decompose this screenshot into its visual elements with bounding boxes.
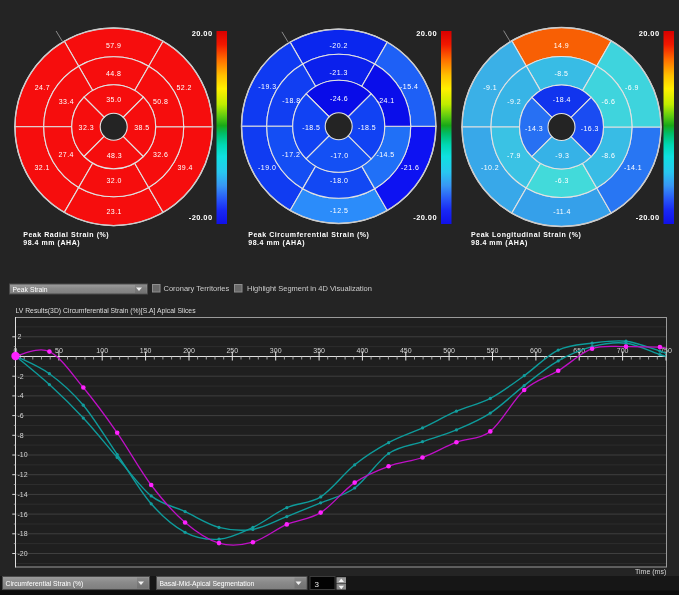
svg-text:-18.0: -18.0 [330, 177, 348, 184]
svg-text:-18.5: -18.5 [358, 124, 376, 131]
svg-text:14.9: 14.9 [554, 42, 569, 49]
svg-text:-14.1: -14.1 [624, 164, 642, 171]
svg-text:98.4 mm (AHA): 98.4 mm (AHA) [23, 239, 80, 247]
svg-text:300: 300 [270, 347, 282, 354]
svg-text:-16.3: -16.3 [581, 125, 599, 132]
svg-text:3: 3 [315, 580, 320, 589]
svg-text:Coronary Territories: Coronary Territories [164, 284, 230, 293]
svg-text:200: 200 [183, 347, 195, 354]
svg-text:33.4: 33.4 [59, 98, 74, 105]
svg-text:-10: -10 [18, 451, 28, 458]
svg-text:35.0: 35.0 [106, 96, 121, 103]
svg-text:32.1: 32.1 [34, 164, 49, 171]
svg-text:-21.3: -21.3 [330, 69, 348, 76]
svg-text:100: 100 [96, 347, 108, 354]
svg-text:-20.00: -20.00 [636, 213, 660, 222]
svg-text:-18: -18 [18, 530, 28, 537]
svg-text:-24.6: -24.6 [330, 95, 348, 102]
svg-text:50.8: 50.8 [153, 98, 168, 105]
svg-text:48.3: 48.3 [107, 152, 122, 159]
svg-text:-7.9: -7.9 [507, 152, 521, 159]
svg-text:23.1: 23.1 [106, 208, 121, 215]
svg-text:24.7: 24.7 [35, 84, 50, 91]
svg-text:Peak Circumferential Strain (%: Peak Circumferential Strain (%) [248, 231, 369, 239]
svg-text:98.4 mm (AHA): 98.4 mm (AHA) [248, 239, 305, 247]
svg-text:-17.2: -17.2 [282, 151, 300, 158]
svg-text:-9.2: -9.2 [507, 98, 521, 105]
svg-text:44.8: 44.8 [106, 70, 121, 77]
svg-text:-20: -20 [18, 550, 28, 557]
svg-text:20.00: 20.00 [416, 29, 437, 38]
svg-text:500: 500 [443, 347, 455, 354]
svg-text:-6.9: -6.9 [625, 84, 639, 91]
svg-text:-17.0: -17.0 [330, 152, 348, 159]
svg-text:-18.4: -18.4 [553, 96, 571, 103]
svg-text:Highlight Segment in 4D Visual: Highlight Segment in 4D Visualization [247, 284, 372, 293]
svg-text:-20.2: -20.2 [330, 42, 348, 49]
svg-text:-15.4: -15.4 [400, 83, 418, 90]
svg-text:-20.00: -20.00 [413, 213, 437, 222]
svg-text:52.2: 52.2 [176, 84, 191, 91]
svg-text:50: 50 [55, 347, 63, 354]
svg-text:-19.0: -19.0 [258, 164, 276, 171]
svg-text:27.4: 27.4 [58, 151, 73, 158]
svg-text:32.3: 32.3 [79, 124, 94, 131]
svg-text:-6.6: -6.6 [601, 98, 615, 105]
svg-text:Basal-Mid-Apical Segmentation: Basal-Mid-Apical Segmentation [160, 580, 255, 588]
svg-text:57.9: 57.9 [106, 42, 121, 49]
svg-text:-2: -2 [18, 373, 24, 380]
svg-text:-4: -4 [18, 392, 24, 399]
svg-text:-14: -14 [18, 491, 28, 498]
svg-text:-8.6: -8.6 [601, 152, 615, 159]
svg-text:-11.4: -11.4 [553, 208, 571, 215]
svg-text:-14.5: -14.5 [376, 151, 394, 158]
svg-text:550: 550 [487, 347, 499, 354]
svg-text:-8.5: -8.5 [555, 70, 569, 77]
svg-text:-12: -12 [18, 471, 28, 478]
svg-text:-14.3: -14.3 [525, 125, 543, 132]
svg-text:350: 350 [313, 347, 325, 354]
svg-text:-16: -16 [18, 511, 28, 518]
svg-text:-12.5: -12.5 [330, 207, 348, 214]
svg-text:20.00: 20.00 [192, 29, 213, 38]
svg-text:-20.00: -20.00 [189, 213, 213, 222]
svg-text:39.4: 39.4 [177, 164, 192, 171]
svg-text:98.4 mm (AHA): 98.4 mm (AHA) [471, 239, 528, 247]
svg-text:32.6: 32.6 [153, 151, 168, 158]
svg-text:400: 400 [357, 347, 369, 354]
svg-text:Time (ms): Time (ms) [635, 568, 666, 576]
svg-text:450: 450 [400, 347, 412, 354]
svg-text:2: 2 [18, 333, 22, 340]
svg-text:Peak Strain: Peak Strain [13, 286, 48, 293]
svg-text:-21.6: -21.6 [401, 164, 419, 171]
svg-text:-9.3: -9.3 [555, 152, 569, 159]
svg-text:Peak Longitudinal Strain (%): Peak Longitudinal Strain (%) [471, 231, 581, 239]
svg-text:150: 150 [140, 347, 152, 354]
svg-text:-10.2: -10.2 [481, 164, 499, 171]
svg-text:20.00: 20.00 [639, 29, 660, 38]
svg-text:Peak Radial Strain (%): Peak Radial Strain (%) [23, 231, 109, 239]
svg-text:LV Results(3D) Circumferential: LV Results(3D) Circumferential Strain (%… [16, 307, 197, 315]
svg-text:-19.3: -19.3 [258, 83, 276, 90]
svg-text:-9.1: -9.1 [483, 84, 497, 91]
svg-text:Circumferential Strain (%): Circumferential Strain (%) [6, 580, 84, 588]
svg-text:32.0: 32.0 [106, 177, 121, 184]
svg-text:250: 250 [226, 347, 238, 354]
svg-text:-18.5: -18.5 [302, 124, 320, 131]
svg-text:600: 600 [530, 347, 542, 354]
svg-text:-6: -6 [18, 412, 24, 419]
svg-text:-24.1: -24.1 [376, 97, 394, 104]
svg-text:-8: -8 [18, 432, 24, 439]
svg-text:38.5: 38.5 [134, 124, 149, 131]
svg-text:-6.3: -6.3 [555, 177, 569, 184]
svg-text:-18.8: -18.8 [282, 97, 300, 104]
